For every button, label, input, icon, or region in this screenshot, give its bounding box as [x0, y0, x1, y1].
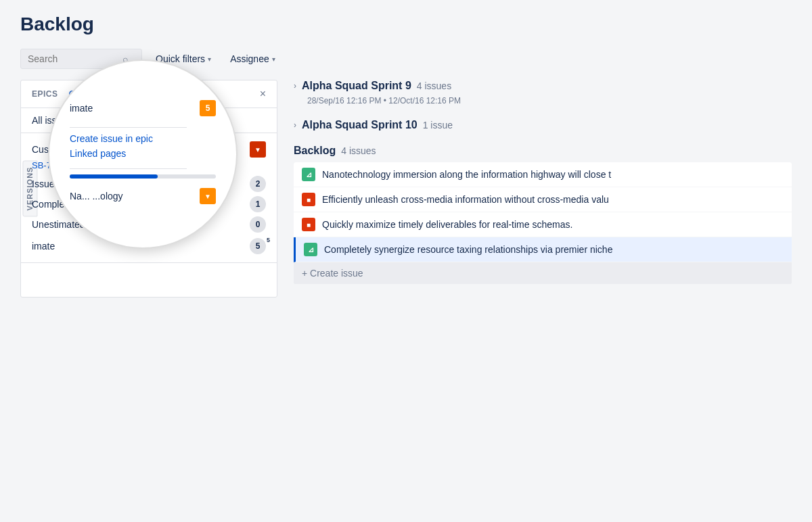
popup-progress-divider [70, 168, 187, 169]
stat-badge-completed: 1 [250, 196, 266, 212]
main-content: VERSIONS EPICS Create epic × All issues … [20, 80, 792, 298]
issue-text: Efficiently unleash cross-media informat… [322, 194, 784, 205]
table-row[interactable]: ■ Quickly maximize timely deliverables f… [294, 212, 792, 237]
assignee-button[interactable]: Assignee ▾ [225, 49, 281, 68]
popup-estimate-label: imate [70, 103, 93, 114]
sprint-section-10: › Alpha Squad Sprint 10 1 issue [294, 119, 792, 131]
epics-label: EPICS [32, 89, 58, 99]
issue-story-icon: ⊿ [306, 170, 312, 179]
epic-item-custom-filters: Custom Filters ▼ SB-7 Add custom filters… [21, 133, 277, 263]
stat-badge-issues: 2 [250, 176, 266, 192]
sprint-10-name: Alpha Squad Sprint 10 [302, 119, 418, 131]
create-issue-in-epic-link[interactable]: Create issue in epic [70, 133, 153, 144]
assignee-chevron-icon: ▾ [272, 55, 275, 63]
table-row[interactable]: ⊿ Nanotechnology immersion along the inf… [294, 162, 792, 187]
backlog-count: 4 issues [341, 145, 376, 156]
popup-divider [70, 127, 187, 128]
progress-bar [70, 174, 216, 179]
estimate-label: imate [32, 241, 55, 252]
table-row[interactable]: ■ Efficiently unleash cross-media inform… [294, 187, 792, 212]
right-content: › Alpha Squad Sprint 9 4 issues 28/Sep/1… [277, 80, 792, 298]
issues-list: ⊿ Nanotechnology immersion along the inf… [294, 162, 792, 284]
sprint-9-chevron-icon: › [294, 81, 296, 91]
nano-item: Na... ...ology ▼ [70, 184, 216, 208]
sprint-9-dates: 28/Sep/16 12:16 PM • 12/Oct/16 12:16 PM [307, 96, 792, 105]
popup-overlay: imate 5 Create issue in epic Linked page… [48, 60, 238, 249]
issue-text: Nanotechnology immersion along the infor… [322, 169, 784, 180]
create-issue-button[interactable]: + Create issue [294, 262, 792, 284]
backlog-label: Backlog [294, 145, 336, 157]
issue-bug-icon: ■ [307, 196, 311, 204]
table-row[interactable]: ⊿ Completely synergize resource taxing r… [294, 237, 792, 262]
issue-text: Quickly maximize timely deliverables for… [322, 219, 784, 230]
stat-badge-unestimated: 0 [250, 216, 266, 233]
quick-filters-chevron-icon: ▾ [208, 55, 211, 63]
backlog-header: Backlog 4 issues [294, 145, 792, 157]
nano-dropdown-button[interactable]: ▼ [200, 188, 216, 204]
assignee-label: Assignee [230, 53, 269, 64]
issue-icon-green: ⊿ [302, 168, 315, 181]
issue-bug-icon: ■ [307, 221, 311, 229]
nano-name: Na... ...ology [70, 191, 123, 201]
sprint-9-issue-count: 4 issues [417, 80, 451, 91]
popup-estimate-badge: 5 [200, 100, 216, 116]
estimate-badge: 5 5 [250, 238, 266, 254]
issue-icon-red: ■ [302, 193, 315, 206]
issue-icon-green: ⊿ [304, 243, 317, 256]
linked-pages-link[interactable]: Linked pages [70, 148, 126, 159]
issue-text: Completely synergize resource taxing rel… [324, 244, 784, 255]
close-sidebar-button[interactable]: × [260, 89, 266, 99]
search-input[interactable] [28, 53, 122, 64]
backlog-section: Backlog 4 issues ⊿ Nanotechnology immers… [294, 145, 792, 284]
epic-dropdown-button[interactable]: ▼ [250, 141, 266, 158]
sprint-9-name: Alpha Squad Sprint 9 [302, 80, 411, 92]
sprint-section-9: › Alpha Squad Sprint 9 4 issues 28/Sep/1… [294, 80, 792, 105]
sidebar: VERSIONS EPICS Create epic × All issues … [20, 80, 277, 298]
issue-story-icon: ⊿ [308, 245, 314, 254]
estimate-superscript: 5 [267, 237, 270, 243]
page-title: Backlog [20, 14, 792, 35]
sprint-9-header[interactable]: › Alpha Squad Sprint 9 4 issues [294, 80, 792, 92]
sprint-10-chevron-icon: › [294, 120, 296, 130]
issue-icon-red: ■ [302, 218, 315, 231]
popup-stat-row: imate 5 [70, 100, 216, 116]
sprint-10-header[interactable]: › Alpha Squad Sprint 10 1 issue [294, 119, 792, 131]
create-issue-label: + Create issue [302, 268, 363, 279]
progress-bar-fill [70, 174, 158, 179]
sprint-10-issue-count: 1 issue [423, 120, 453, 130]
